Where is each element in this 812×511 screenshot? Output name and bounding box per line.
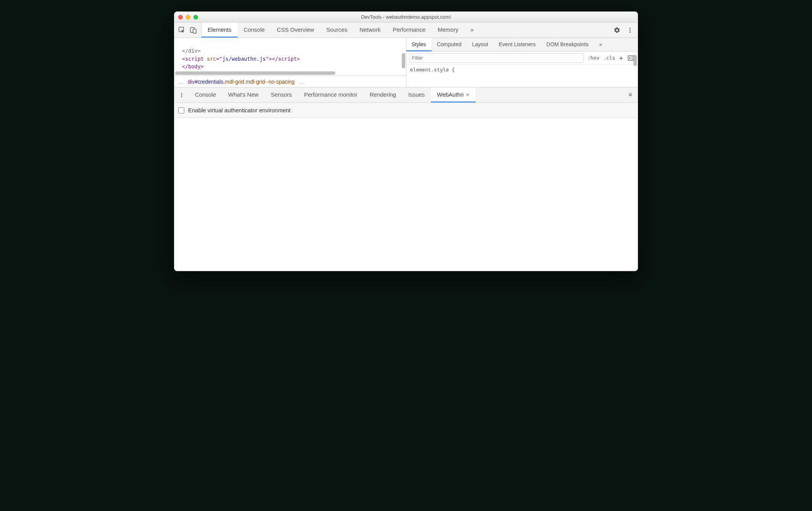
element-style-block[interactable]: element.style { [406, 65, 638, 75]
svg-point-4 [629, 29, 630, 31]
styles-filter-row: :hov .cls + [406, 52, 638, 65]
window-title: DevTools - webauthndemo.appspot.com/ [174, 14, 638, 20]
styles-pane: Styles Computed Layout Event Listeners D… [406, 38, 638, 87]
styles-tab-dom-breakpoints[interactable]: DOM Breakpoints [541, 38, 594, 51]
elements-pane: </div> <script src="js/webauthn.js"></sc… [174, 38, 406, 87]
breadcrumb-right-overflow[interactable]: … [298, 79, 304, 85]
webauthn-panel: Enable virtual authenticator environment [174, 103, 638, 271]
drawer-tab-issues[interactable]: Issues [402, 87, 431, 102]
tab-sources[interactable]: Sources [320, 23, 353, 37]
drawer-tab-sensors[interactable]: Sensors [265, 87, 298, 102]
drawer-tab-console[interactable]: Console [189, 87, 222, 102]
drawer-tab-webauthn[interactable]: WebAuthn × [431, 87, 475, 102]
inspect-tools [174, 23, 201, 37]
styles-tab-computed[interactable]: Computed [432, 38, 467, 51]
close-tab-icon[interactable]: × [466, 91, 469, 98]
code-text: =" [216, 56, 222, 62]
tab-network[interactable]: Network [353, 23, 387, 37]
enable-virtual-auth-row: Enable virtual authenticator environment [174, 103, 638, 118]
close-window-button[interactable] [178, 15, 183, 19]
breadcrumb-node[interactable]: div#credentials.mdl-grid.mdl-grid--no-sp… [188, 79, 295, 85]
drawer-close-button[interactable]: × [623, 87, 638, 102]
styles-tab-styles[interactable]: Styles [406, 38, 432, 51]
devtools-window: DevTools - webauthndemo.appspot.com/ Ele… [174, 11, 638, 271]
toolbar-right [609, 23, 638, 37]
code-text: <script [182, 56, 207, 62]
scrollbar-horizontal[interactable] [175, 71, 335, 75]
svg-point-8 [181, 93, 182, 94]
code-text: js/webauthn.js [222, 56, 266, 62]
hov-toggle[interactable]: :hov [588, 55, 599, 61]
scrollbar-vertical[interactable] [633, 55, 637, 66]
kebab-menu-icon[interactable] [626, 26, 634, 34]
tabs-overflow[interactable]: » [464, 23, 480, 37]
styles-tab-bar: Styles Computed Layout Event Listeners D… [406, 38, 638, 52]
drawer-kebab-icon[interactable] [174, 87, 189, 102]
titlebar: DevTools - webauthndemo.appspot.com/ [174, 12, 638, 23]
code-text: </ [272, 56, 278, 62]
tab-performance[interactable]: Performance [387, 23, 432, 37]
device-toolbar-icon[interactable] [190, 26, 197, 34]
svg-point-5 [629, 31, 630, 32]
styles-tabs-overflow[interactable]: » [594, 38, 607, 51]
code-text: "> [266, 56, 272, 62]
styles-tab-event-listeners[interactable]: Event Listeners [493, 38, 541, 51]
enable-virtual-auth-label: Enable virtual authenticator environment [188, 107, 291, 113]
svg-rect-2 [193, 29, 196, 33]
styles-filter-input[interactable] [409, 53, 584, 63]
main-tab-bar: Elements Console CSS Overview Sources Ne… [174, 23, 638, 38]
svg-point-10 [181, 96, 182, 97]
gear-icon[interactable] [613, 26, 621, 34]
drawer-tab-whats-new[interactable]: What's New [222, 87, 265, 102]
dom-breadcrumb: … div#credentials.mdl-grid.mdl-grid--no-… [174, 76, 406, 87]
minimize-window-button[interactable] [186, 15, 190, 19]
traffic-lights [178, 15, 198, 19]
code-text: script> [278, 56, 300, 62]
code-text: src [207, 56, 216, 62]
breadcrumb-left-overflow[interactable]: … [178, 79, 184, 85]
code-text: </div> [182, 48, 201, 54]
drawer-tab-rendering[interactable]: Rendering [364, 87, 402, 102]
drawer-tab-performance-monitor[interactable]: Performance monitor [298, 87, 364, 102]
scrollbar-vertical[interactable] [402, 53, 405, 68]
drawer-tab-bar: Console What's New Sensors Performance m… [174, 87, 638, 103]
maximize-window-button[interactable] [193, 15, 198, 19]
tab-elements[interactable]: Elements [201, 23, 238, 37]
new-style-rule-button[interactable]: + [619, 54, 623, 62]
svg-point-3 [629, 27, 630, 29]
tab-console[interactable]: Console [238, 23, 271, 37]
cls-toggle[interactable]: .cls [603, 55, 615, 61]
split-panes: </div> <script src="js/webauthn.js"></sc… [174, 38, 638, 87]
code-text: </body> [182, 63, 204, 70]
inspect-element-icon[interactable] [178, 26, 186, 34]
svg-point-9 [181, 94, 182, 95]
tab-memory[interactable]: Memory [432, 23, 464, 37]
styles-tab-layout[interactable]: Layout [467, 38, 493, 51]
tab-css-overview[interactable]: CSS Overview [271, 23, 321, 37]
dom-tree[interactable]: </div> <script src="js/webauthn.js"></sc… [174, 38, 406, 76]
enable-virtual-auth-checkbox[interactable] [178, 107, 184, 113]
